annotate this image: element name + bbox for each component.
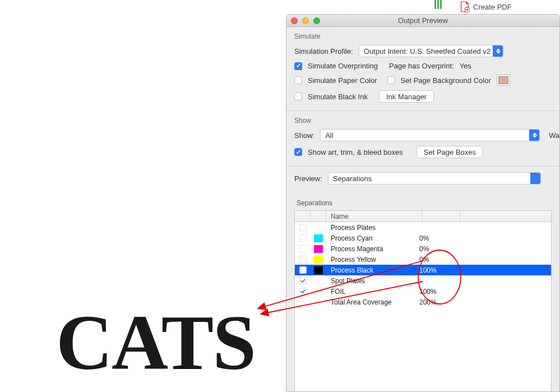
separation-name: FOIL xyxy=(326,288,416,296)
create-pdf-label: Create PDF xyxy=(473,3,512,11)
separation-value: 100% xyxy=(416,266,454,274)
separation-name: Process Plates xyxy=(326,224,416,232)
separation-checkbox[interactable] xyxy=(299,277,307,284)
set-page-boxes-button[interactable]: Set Page Boxes xyxy=(416,146,483,158)
separation-name: Process Magenta xyxy=(326,245,416,253)
page-has-overprint-label: Page has Overprint: xyxy=(389,62,454,70)
separation-name: Spot Plates xyxy=(326,277,416,285)
separation-row[interactable]: Process Black100% xyxy=(295,265,551,275)
simulation-profile-label: Simulation Profile: xyxy=(294,47,353,56)
separation-value: 100% xyxy=(416,288,454,296)
separation-value: 0% xyxy=(416,245,454,253)
show-select[interactable]: All xyxy=(320,129,540,141)
simulate-paper-color-checkbox[interactable] xyxy=(294,76,302,84)
simulation-profile-value: Output Intent: U.S. Sheetfed Coated v2 xyxy=(364,47,490,56)
separation-row[interactable]: Process Plates xyxy=(295,222,551,233)
pdf-icon xyxy=(460,1,470,12)
separation-checkbox[interactable] xyxy=(299,288,307,295)
separation-row[interactable]: Process Magenta0% xyxy=(295,243,551,254)
bg-color-swatch[interactable] xyxy=(497,75,510,86)
ink-swatch xyxy=(314,245,323,253)
separation-checkbox[interactable] xyxy=(299,266,307,274)
ink-swatch xyxy=(314,256,323,264)
output-preview-window: Output Preview Simulate Simulation Profi… xyxy=(286,14,560,392)
simulate-paper-color-label: Simulate Paper Color xyxy=(308,76,377,85)
separations-header: Name xyxy=(295,211,551,222)
separation-value: 0% xyxy=(416,256,454,264)
set-bg-color-checkbox[interactable] xyxy=(387,76,395,84)
preview-select[interactable]: Separations xyxy=(328,172,541,185)
separation-row[interactable]: Spot Plates xyxy=(295,275,551,286)
set-bg-color-label: Set Page Background Color xyxy=(401,76,491,85)
simulate-overprinting-label: Simulate Overprinting xyxy=(308,62,378,70)
sample-text-cats: CATS xyxy=(56,297,255,388)
ink-swatch xyxy=(314,288,323,296)
separation-row[interactable]: Process Yellow0% xyxy=(295,254,551,265)
simulation-profile-select[interactable]: Output Intent: U.S. Sheetfed Coated v2 xyxy=(359,45,503,57)
simulate-section-label: Simulate xyxy=(294,33,552,40)
page-has-overprint-value: Yes xyxy=(460,62,471,70)
preview-label: Preview: xyxy=(294,174,322,183)
show-label: Show: xyxy=(294,131,314,140)
separation-row[interactable]: FOIL100% xyxy=(295,286,551,297)
separation-row[interactable]: Total Area Coverage200% xyxy=(295,297,551,307)
ink-swatch xyxy=(314,266,323,274)
ink-manager-button[interactable]: Ink Manager xyxy=(379,90,434,103)
separation-name: Process Cyan xyxy=(326,234,416,242)
simulate-overprinting-checkbox[interactable] xyxy=(294,62,302,70)
show-section-label: Show xyxy=(294,117,552,124)
separation-name: Process Yellow xyxy=(326,256,416,264)
show-boxes-label: Show art, trim, & bleed boxes xyxy=(308,148,403,156)
warning-label: Warnin xyxy=(549,131,560,140)
name-column-header[interactable]: Name xyxy=(326,211,422,222)
separations-table: Name Process PlatesProcess Cyan0%Process… xyxy=(294,210,552,392)
window-title: Output Preview xyxy=(286,16,559,25)
separation-value: 0% xyxy=(416,234,454,242)
separation-row[interactable]: Process Cyan0% xyxy=(295,233,551,243)
separation-name: Total Area Coverage xyxy=(326,298,416,306)
window-titlebar[interactable]: Output Preview xyxy=(286,15,559,27)
separation-value: 200% xyxy=(416,298,454,306)
ink-swatch xyxy=(314,234,323,242)
simulate-black-ink-label: Simulate Black Ink xyxy=(308,93,368,101)
preview-value: Separations xyxy=(333,174,372,183)
separation-name: Process Black xyxy=(326,266,416,274)
create-pdf-item[interactable]: Create PDF xyxy=(460,1,512,12)
separation-checkbox[interactable] xyxy=(299,224,307,231)
separation-checkbox[interactable] xyxy=(299,245,307,252)
separation-checkbox[interactable] xyxy=(299,256,307,263)
simulate-black-ink-checkbox[interactable] xyxy=(294,93,302,100)
show-boxes-checkbox[interactable] xyxy=(294,148,302,156)
show-value: All xyxy=(325,131,333,140)
separations-section-label: Separations xyxy=(297,199,552,207)
toolbar-fragment xyxy=(434,0,442,9)
separation-checkbox[interactable] xyxy=(299,234,307,242)
